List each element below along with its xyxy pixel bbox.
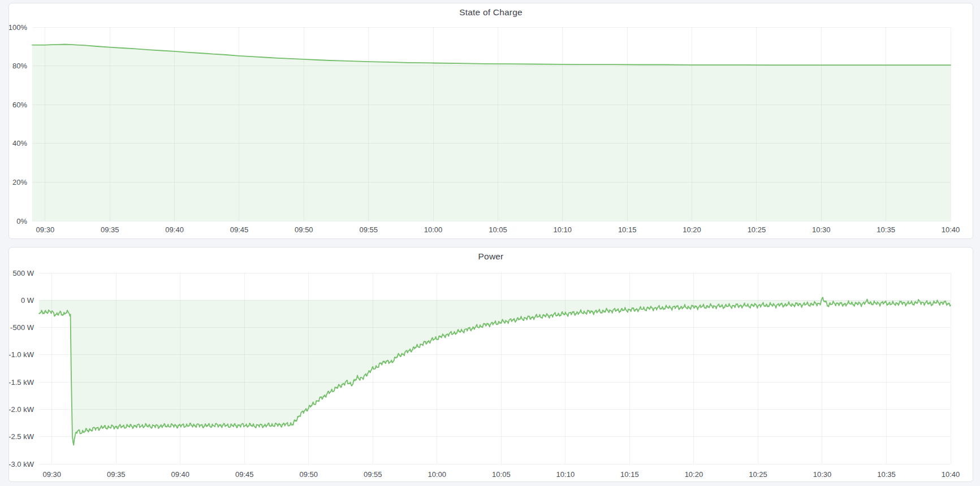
- x-tick-label: 10:30: [813, 470, 832, 479]
- x-tick-label: 10:05: [489, 225, 507, 234]
- x-tick-label: 10:25: [749, 470, 767, 479]
- power-chart[interactable]: 500 W0 W-500 W-1.0 kW-1.5 kW-2.0 kW-2.5 …: [9, 248, 973, 481]
- x-tick-label: 10:25: [748, 225, 766, 234]
- x-tick-label: 09:45: [235, 470, 254, 479]
- y-tick-label: 500 W: [12, 269, 34, 277]
- x-tick-label: 10:05: [492, 470, 511, 479]
- x-tick-label: 09:35: [107, 470, 126, 479]
- panel-header-power[interactable]: Power: [9, 248, 973, 266]
- x-tick-label: 09:50: [300, 470, 318, 479]
- x-tick-label: 10:15: [620, 470, 639, 479]
- x-tick-label: 09:40: [171, 470, 189, 479]
- x-tick-label: 09:55: [364, 470, 382, 479]
- x-tick-label: 09:55: [359, 225, 378, 234]
- y-tick-label: 60%: [12, 101, 27, 109]
- x-tick-label: 10:35: [877, 225, 895, 234]
- y-tick-label: 40%: [12, 139, 27, 147]
- x-tick-label: 10:20: [685, 470, 703, 479]
- grafana-dashboard: 100%80%60%40%20%0%09:3009:3509:4009:4509…: [0, 0, 980, 486]
- y-tick-label: 80%: [12, 62, 27, 70]
- x-tick-label: 10:35: [877, 470, 896, 479]
- y-tick-label: -500 W: [10, 323, 34, 332]
- series-area: [32, 45, 951, 222]
- x-tick-label: 09:30: [36, 225, 55, 234]
- y-tick-label: 100%: [9, 23, 27, 32]
- y-tick-label: -2.5 kW: [9, 432, 34, 441]
- x-tick-label: 09:45: [230, 225, 249, 234]
- x-tick-label: 10:40: [942, 470, 960, 479]
- y-tick-label: 20%: [12, 178, 27, 186]
- x-tick-label: 10:10: [554, 225, 572, 234]
- x-tick-label: 09:30: [42, 470, 61, 479]
- x-tick-label: 10:15: [618, 225, 637, 234]
- x-tick-label: 10:20: [683, 225, 701, 234]
- y-tick-label: -1.5 kW: [9, 378, 34, 387]
- x-tick-label: 09:40: [165, 225, 184, 234]
- x-tick-label: 10:10: [556, 470, 575, 479]
- y-tick-label: -1.0 kW: [9, 350, 34, 359]
- y-tick-label: 0%: [16, 217, 27, 225]
- panel-state-of-charge: 100%80%60%40%20%0%09:3009:3509:4009:4509…: [8, 3, 973, 239]
- y-tick-label: 0 W: [21, 296, 34, 305]
- y-tick-label: -2.0 kW: [9, 405, 34, 414]
- state-of-charge-chart[interactable]: 100%80%60%40%20%0%09:3009:3509:4009:4509…: [9, 3, 973, 238]
- panel-power: 500 W0 W-500 W-1.0 kW-1.5 kW-2.0 kW-2.5 …: [8, 247, 973, 482]
- y-tick-label: -3.0 kW: [9, 460, 34, 468]
- series-area: [39, 297, 951, 445]
- x-tick-label: 09:50: [295, 225, 313, 234]
- x-tick-label: 10:30: [812, 225, 831, 234]
- panel-title-state-of-charge: State of Charge: [459, 7, 523, 18]
- x-tick-label: 10:00: [428, 470, 447, 479]
- x-tick-label: 09:35: [101, 225, 119, 234]
- x-tick-label: 10:00: [424, 225, 443, 234]
- panel-header-state-of-charge[interactable]: State of Charge: [9, 3, 973, 21]
- panel-title-power: Power: [478, 251, 504, 262]
- x-tick-label: 10:40: [942, 225, 960, 234]
